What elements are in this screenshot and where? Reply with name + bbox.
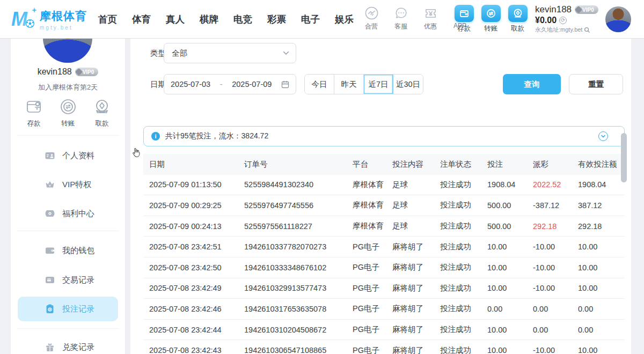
date-from-value: 2025-07-03 <box>171 80 210 88</box>
sidebar-item-benefits[interactable]: 福利中心 <box>18 201 118 226</box>
sidebar-item-label: 投注记录 <box>62 304 94 314</box>
support-link[interactable]: 客服 <box>390 6 412 31</box>
cell-bet: 10.00 <box>487 346 533 354</box>
cell-date: 2025-07-08 23:42:51 <box>143 242 244 251</box>
refresh-balance-icon[interactable]: ⟳ <box>559 17 567 24</box>
cell-content: 麻将胡了 <box>392 262 440 272</box>
cell-date: 2025-07-09 00:24:13 <box>143 222 244 231</box>
range-today-button[interactable]: 今日 <box>305 75 334 94</box>
nav-item-esports[interactable]: 电竞 <box>233 13 252 26</box>
sidebar-item-label: VIP特权 <box>62 180 91 190</box>
range-yesterday-button[interactable]: 昨天 <box>334 75 364 94</box>
scrollbar-thumb[interactable] <box>621 133 627 182</box>
logo-title: 摩根体育 <box>40 9 87 24</box>
expand-summary-icon[interactable] <box>598 131 608 141</box>
cell-order: 1942610310204508672 <box>244 326 353 334</box>
cell-order: 1942610337782070273 <box>244 242 353 251</box>
cell-content: 足球 <box>392 200 440 210</box>
sidebar-item-prize-records[interactable]: 兑奖记录 <box>18 335 118 354</box>
cell-status: 投注成功 <box>440 304 487 314</box>
sidebar-vip-badge: VIP0 <box>75 68 99 76</box>
sidebar-deposit-label: 存款 <box>27 119 41 128</box>
cell-date: 2025-07-08 23:42:43 <box>143 346 244 354</box>
table-row: 2025-07-09 00:24:13 5255975561118227 摩根体… <box>143 216 625 237</box>
promo-link[interactable]: 优惠 <box>420 6 441 31</box>
magnifier-icon[interactable] <box>584 27 590 33</box>
col-valid: 有效投注额 <box>578 159 625 169</box>
sidebar-item-transactions[interactable]: 交易记录 <box>18 268 118 292</box>
cell-content: 足球 <box>392 180 440 190</box>
cell-content: 麻将胡了 <box>392 283 440 293</box>
benefit-icon <box>45 208 55 219</box>
cell-order: 1942610317653635078 <box>244 305 353 313</box>
sidebar-transfer-button[interactable]: 转账 <box>55 97 82 128</box>
type-select[interactable]: 全部 <box>164 43 296 63</box>
range-7days-button[interactable]: 近7日 <box>364 75 393 94</box>
cell-order: 5255975561118227 <box>244 222 353 231</box>
nav-item-home[interactable]: 首页 <box>98 13 117 26</box>
cell-content: 麻将胡了 <box>392 324 440 335</box>
cell-payout: 0.00 <box>533 305 578 313</box>
nav-item-lottery[interactable]: 彩票 <box>267 13 286 26</box>
cell-valid: 292.18 <box>578 222 625 231</box>
sidebar-item-vip[interactable]: VIP特权 <box>18 172 118 197</box>
cell-payout: 0.00 <box>533 326 578 334</box>
cell-platform: 摩根体育 <box>353 221 392 231</box>
header-avatar[interactable] <box>605 6 631 32</box>
withdraw-button[interactable]: 取款 <box>508 5 528 33</box>
top-header: M 摩根体育 mgty.bet 首页 体育 真人 棋牌 电竞 彩票 电子 娱乐 <box>0 0 644 39</box>
cell-platform: PG电子 <box>353 242 392 252</box>
prize-icon <box>45 342 55 352</box>
username: kevin188 <box>535 4 572 15</box>
sidebar-item-bet-records[interactable]: 投注记录 <box>18 297 118 321</box>
table-row: 2025-07-09 00:29:25 5255976497745556 摩根体… <box>143 195 625 216</box>
sidebar-divider <box>17 231 119 231</box>
range-30days-button[interactable]: 近30日 <box>393 75 423 94</box>
brand-logo[interactable]: M 摩根体育 mgty.bet <box>11 6 87 32</box>
table-header-row: 日期 订单号 平台 投注内容 注单状态 投注 派彩 有效投注额 <box>143 154 625 175</box>
cell-date: 2025-07-08 23:42:49 <box>143 284 244 292</box>
nav-item-sports[interactable]: 体育 <box>132 13 151 26</box>
nav-item-live[interactable]: 真人 <box>166 13 185 26</box>
sidebar-withdraw-label: 取款 <box>96 119 109 128</box>
nav-item-slots[interactable]: 电子 <box>301 13 320 26</box>
crown-icon <box>45 179 55 190</box>
nav-item-entertainment[interactable]: 娱乐 <box>335 13 354 26</box>
sidebar-item-profile[interactable]: 个人资料 <box>18 143 118 168</box>
sidebar-deposit-button[interactable]: 存款 <box>20 97 47 128</box>
partner-link[interactable]: 合营 <box>361 6 382 31</box>
nav-item-cards[interactable]: 棋牌 <box>200 13 218 26</box>
deposit-button[interactable]: 存款 <box>454 5 474 33</box>
sidebar-withdraw-button[interactable]: 取款 <box>89 97 115 128</box>
deposit-label: 存款 <box>457 24 471 33</box>
cell-valid: 10.00 <box>578 346 625 354</box>
cell-valid: 10.00 <box>578 242 625 251</box>
cell-order: 1942610306547108865 <box>244 346 353 354</box>
cell-order: 5255984491302340 <box>244 180 353 189</box>
cell-content: 麻将胡了 <box>392 304 440 314</box>
avatar-image <box>605 6 631 32</box>
cell-order: 5255976497745556 <box>244 201 353 210</box>
sidebar-username: kevin188 <box>38 67 72 77</box>
balance-amount: ¥0.00 <box>535 16 557 25</box>
search-button[interactable]: 查询 <box>503 74 561 94</box>
cell-date: 2025-07-08 23:42:46 <box>143 305 244 313</box>
sidebar-item-label: 福利中心 <box>62 209 94 219</box>
sidebar-item-wallet[interactable]: 我的钱包 <box>18 238 118 263</box>
transfer-button[interactable]: 转账 <box>481 5 501 33</box>
date-range-input[interactable]: 2025-07-03 - 2025-07-09 <box>164 74 296 94</box>
cell-bet: 10.00 <box>487 326 533 334</box>
user-block[interactable]: kevin188 VIP0 ¥0.00 ⟳ 永久地址:mgty.bet <box>535 4 598 34</box>
cell-status: 投注成功 <box>440 345 487 354</box>
cell-payout: -10.00 <box>533 263 578 272</box>
logo-mark-icon: M <box>11 6 38 32</box>
deposit-outline-icon <box>24 97 44 117</box>
cell-status: 投注成功 <box>440 324 487 335</box>
cell-bet: 10.00 <box>487 242 533 251</box>
withdraw-label: 取款 <box>511 24 524 33</box>
promo-label: 优惠 <box>424 22 437 31</box>
info-icon: i <box>151 132 160 141</box>
reset-button[interactable]: 重置 <box>569 74 623 94</box>
cell-bet: 1908.04 <box>487 180 533 189</box>
col-date: 日期 <box>143 159 244 169</box>
